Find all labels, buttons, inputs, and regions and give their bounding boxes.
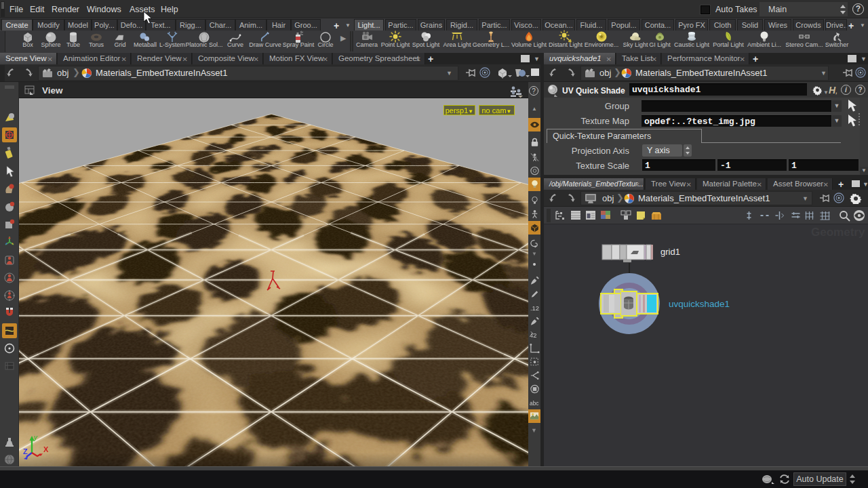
svg-text:X: X	[43, 445, 49, 453]
svg-text:.12: .12	[530, 305, 539, 312]
svg-text:Z: Z	[23, 447, 28, 455]
svg-text:42: 42	[530, 332, 536, 339]
svg-text:abc: abc	[530, 400, 539, 407]
svg-text:y: y	[33, 434, 38, 441]
